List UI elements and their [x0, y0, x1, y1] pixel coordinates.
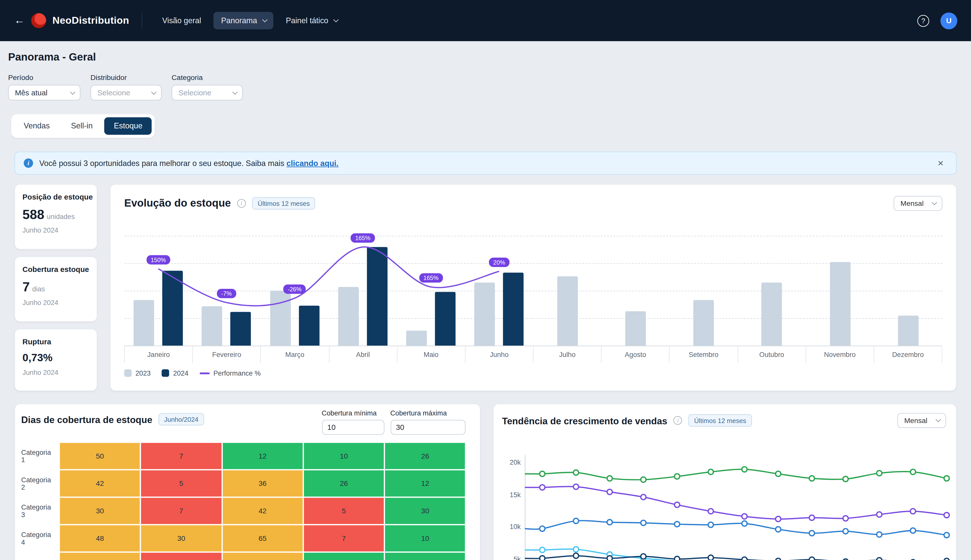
trend-title: Tendência de crescimento de vendas [502, 415, 667, 426]
kpi-column: Posição de estoque 588unidades Junho 202… [14, 184, 97, 391]
green-series-marker [876, 470, 882, 476]
nav-item-visao-geral[interactable]: Visão geral [155, 12, 209, 29]
page-title: Panorama - Geral [8, 51, 963, 63]
purple-series-marker [843, 516, 848, 521]
heatmap-cell: 30 [141, 525, 221, 552]
tab-estoque[interactable]: Estoque [105, 117, 152, 135]
green-series-marker [539, 471, 544, 477]
performance-label: 150% [146, 255, 170, 264]
top-nav: ← NeoDistribution Visão geral Panorama P… [0, 0, 971, 41]
banner-link[interactable]: clicando aqui. [286, 159, 339, 167]
navy-series-marker [573, 553, 578, 558]
blue-series-marker [539, 526, 544, 531]
coverage-min-input[interactable] [322, 420, 384, 435]
chevron-down-icon [932, 200, 937, 205]
kpi-card-ruptura: Ruptura 0,73% Junho 2024 [14, 329, 97, 391]
banner-text: Você possui 3 oportunidades para melhora… [39, 159, 339, 167]
brand-logo-icon [31, 13, 46, 28]
nav-item-label: Panorama [221, 16, 257, 25]
period-badge: Últimos 12 meses [252, 197, 315, 209]
green-series-marker [674, 474, 679, 479]
navy-series-marker [944, 558, 949, 560]
cyan-series-marker [539, 547, 544, 553]
kpi-value: 0,73% [22, 352, 52, 364]
user-avatar[interactable]: U [941, 12, 958, 29]
blue-series-marker [910, 528, 915, 533]
trend-granularity-select[interactable]: Mensal [897, 413, 946, 428]
performance-label: -7% [217, 289, 236, 298]
purple-series-marker [876, 512, 882, 517]
select-value: Selecione [97, 88, 130, 97]
heatmap-cell: 12 [385, 470, 465, 497]
line-swatch [200, 372, 210, 374]
x-axis-label: Outubro [738, 346, 806, 363]
trend-header: Tendência de crescimento de vendas i Últ… [502, 413, 946, 428]
heatmap-row-label: Categoria 2 [21, 470, 58, 497]
distribuidor-select[interactable]: Selecione [90, 85, 162, 100]
coverage-title: Dias de cobertura de estoque [21, 414, 152, 425]
y-axis-tick-label: 5k [502, 555, 521, 560]
categoria-select[interactable]: Selecione [172, 85, 243, 100]
blue-series-marker [674, 522, 679, 527]
color-swatch [124, 369, 132, 377]
x-axis-label: Abril [329, 346, 397, 363]
green-series-line [525, 469, 946, 480]
help-button[interactable]: ? [917, 15, 929, 27]
y-axis-tick-label: 20k [502, 458, 521, 466]
kpi-period: Junho 2024 [22, 227, 89, 234]
stock-evolution-chart: 150%-7%-26%165%165%20% [124, 222, 942, 346]
nav-divider [142, 12, 142, 28]
heatmap-cell [60, 553, 140, 560]
periodo-select[interactable]: Mês atual [8, 85, 80, 100]
blue-series-marker [843, 529, 848, 534]
blue-series-marker [809, 530, 814, 536]
page-head: Panorama - Geral Período Mês atual Distr… [0, 41, 971, 100]
x-axis-label: Junho [465, 346, 534, 363]
back-button[interactable]: ← [10, 12, 29, 30]
stock-granularity-select[interactable]: Mensal [894, 196, 942, 211]
blue-series-marker [607, 520, 612, 525]
heatmap-cell: 30 [385, 498, 465, 524]
y-axis-tick-label: 10k [502, 523, 521, 530]
nav-item-painel-tatico[interactable]: Painel tático [278, 12, 344, 29]
trend-lines [525, 444, 948, 560]
purple-series-marker [944, 513, 949, 518]
heatmap-cell: 30 [60, 498, 140, 524]
stock-evolution-card: Evolução do estoque i Últimos 12 meses M… [110, 184, 957, 391]
kpi-period: Junho 2024 [22, 369, 89, 377]
heatmap-row: Categoria 330742530 [21, 498, 465, 524]
main-grid: Posição de estoque 588unidades Junho 202… [14, 184, 957, 391]
coverage-max-input[interactable] [390, 420, 465, 435]
heatmap-cell: 42 [223, 498, 302, 524]
view-tabs: Vendas Sell-in Estoque [12, 114, 155, 138]
nav-item-panorama[interactable]: Panorama [214, 12, 274, 29]
banner-close-button[interactable]: × [934, 157, 947, 169]
purple-series-marker [809, 515, 814, 520]
info-icon: i [24, 158, 33, 168]
performance-label: -26% [284, 285, 306, 294]
heatmap-cell [223, 553, 302, 560]
select-value: Mês atual [15, 88, 47, 97]
filter-distribuidor: Distribuidor Selecione [90, 74, 162, 100]
kpi-period: Junho 2024 [22, 299, 89, 307]
tab-vendas[interactable]: Vendas [14, 117, 59, 135]
heatmap-row: Categoria 1507121026 [21, 443, 465, 469]
cyan-series-marker [573, 547, 578, 552]
nav-item-label: Painel tático [286, 16, 328, 25]
nav-right: ? U [917, 12, 957, 29]
x-axis-label: Dezembro [874, 346, 942, 363]
stock-chart-legend: 20232024Performance % [124, 369, 942, 377]
filter-periodo: Período Mês atual [8, 74, 80, 100]
heatmap-row: Categoria 2425362612 [21, 470, 465, 497]
select-value: Selecione [179, 88, 211, 97]
purple-series-marker [708, 508, 713, 514]
chevron-down-icon [151, 89, 157, 94]
blue-series-marker [573, 518, 578, 524]
green-series-marker [607, 476, 612, 481]
period-badge: Últimos 12 meses [689, 414, 752, 427]
filters-bar: Período Mês atual Distribuidor Selecione… [8, 74, 963, 100]
kpi-title: Cobertura estoque [22, 265, 89, 274]
tab-sell-in[interactable]: Sell-in [62, 117, 102, 135]
navy-series-marker [809, 557, 814, 560]
chevron-down-icon [70, 89, 75, 94]
